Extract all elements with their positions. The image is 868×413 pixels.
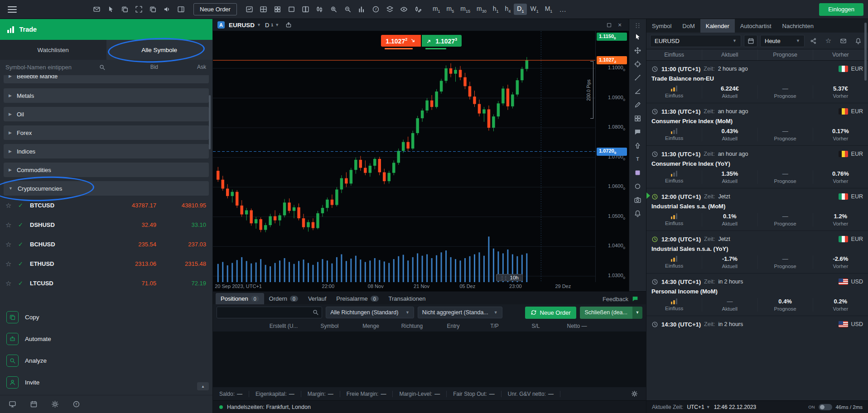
tab-symbol[interactable]: Symbol [646, 19, 677, 33]
category-beliebte-m-rkte[interactable]: ▶ Beliebte Märkte [4, 75, 209, 83]
positions-search-input[interactable] [217, 307, 322, 318]
visibility-icon[interactable] [397, 3, 411, 16]
bid-price[interactable]: 235.54 [106, 241, 156, 248]
calendar-event[interactable]: 14:30 (UTC+1) Zeit: in 2 hours USD [646, 316, 868, 337]
tab-watchlisten[interactable]: Watchlisten [0, 40, 106, 60]
alert-tool-icon[interactable] [631, 207, 645, 220]
sidebar-action-copy[interactable]: Copy [0, 306, 212, 328]
price-chart[interactable]: 1.10272 1.10273 200.0 Pips ⋮⋮10h [213, 31, 595, 282]
tab-ordern[interactable]: Ordern0 [264, 293, 303, 304]
single-view-icon[interactable] [285, 3, 299, 16]
category-oil[interactable]: ▶ Oil [4, 107, 209, 121]
comment-tool-icon[interactable] [631, 125, 645, 139]
favorite-star-icon[interactable]: ☆ [5, 260, 14, 268]
category-metals[interactable]: ▶ Metals [4, 88, 209, 103]
tab-positionen[interactable]: Positionen0 [216, 293, 264, 304]
ellipse-tool-icon[interactable] [631, 180, 645, 193]
favorite-star-icon[interactable]: ☆ [5, 279, 14, 288]
panel-icon[interactable] [174, 3, 188, 16]
symbol-row-btcusd[interactable]: ☆ ✓ BTCUSD 43787.17 43810.95 [0, 196, 212, 215]
calendar-symbol-select[interactable]: EURUSD▼ [650, 35, 741, 47]
edit-chart-icon[interactable] [411, 3, 425, 16]
pattern-tool-icon[interactable] [631, 112, 645, 125]
tab-transaktionen[interactable]: Transaktionen [384, 293, 431, 304]
swatch-tool-icon[interactable] [631, 166, 645, 179]
timeframe-W1[interactable]: W1 [527, 4, 541, 15]
sidebar-action-analyze[interactable]: Analyze [0, 350, 212, 371]
ask-price[interactable]: 33.10 [161, 221, 206, 228]
time-axis[interactable]: 20 Sep 2023, UTC+122:0008 Nov21 Nov05 De… [213, 282, 595, 291]
status-settings-icon[interactable] [627, 387, 641, 401]
timeframe-h4[interactable]: h4 [502, 4, 514, 15]
sidebar-scrollbar[interactable] [208, 95, 212, 322]
calendar-date-icon[interactable] [744, 35, 757, 47]
candle-countdown-badge[interactable]: ⋮⋮10h [496, 274, 523, 281]
timeframe-D1[interactable]: D1 [514, 4, 527, 15]
bid-price[interactable]: 71.05 [106, 280, 156, 287]
new-order-window-button[interactable]: Neue Order [193, 3, 237, 15]
news-calendar-icon[interactable] [27, 398, 41, 411]
feedback-button[interactable]: Feedback [598, 295, 643, 304]
symbol-row-bchusd[interactable]: ☆ ✓ BCHUSD 235.54 237.03 [0, 235, 212, 254]
favorite-star-icon[interactable]: ☆ [5, 202, 14, 210]
calendar-event[interactable]: 12:00 (UTC+1) Zeit: Jetzt EUR Industrial… [646, 231, 868, 274]
brush-tool-icon[interactable] [631, 98, 645, 111]
favorite-star-icon[interactable]: ☆ [5, 221, 14, 229]
bid-price[interactable]: 32.49 [106, 221, 156, 228]
timeframe-M1[interactable]: M1 [542, 4, 556, 15]
close-chart-icon[interactable]: × [615, 21, 624, 29]
category-forex[interactable]: ▶ Forex [4, 125, 209, 140]
category-indices[interactable]: ▶ Indices [4, 144, 209, 158]
grid-view-icon[interactable] [270, 3, 285, 16]
ask-price[interactable]: 2315.48 [161, 260, 206, 267]
speaker-icon[interactable] [160, 3, 174, 16]
tab-preisalarme[interactable]: Preisalarme0 [331, 293, 383, 304]
calendar-scrollbar[interactable] [863, 21, 867, 411]
menu-icon[interactable] [5, 3, 20, 16]
sell-button[interactable]: 1.10272 [381, 35, 421, 47]
copy-trading-icon[interactable] [5, 398, 19, 411]
zoom-out-icon[interactable] [341, 3, 355, 16]
drag-handle-icon[interactable] [631, 21, 645, 30]
layout-icon[interactable] [256, 3, 270, 16]
favorites-star-icon[interactable]: ☆ [822, 35, 834, 47]
candle-style-icon[interactable] [313, 3, 327, 16]
category-cryptocurrencies[interactable]: ▼ Cryptocurrencies [4, 181, 209, 196]
timeframe-m1[interactable]: m1 [429, 4, 444, 15]
calendar-event[interactable]: 11:00 (UTC+1) Zeit: 2 hours ago EUR Trad… [646, 61, 868, 103]
share-icon[interactable] [807, 35, 820, 47]
timezone-select[interactable]: UTC+1▼ [687, 404, 710, 410]
timeframe-m15[interactable]: m15 [457, 4, 473, 15]
new-chart-icon[interactable] [242, 3, 256, 16]
tab-verlauf[interactable]: Verlauf [303, 293, 331, 304]
timeframe-m5[interactable]: m5 [444, 4, 458, 15]
ask-price[interactable]: 237.03 [161, 241, 206, 248]
tab-alle-symbole[interactable]: Alle Symbole [106, 40, 213, 60]
arrow-tool-icon[interactable] [631, 139, 645, 152]
calendar-range-select[interactable]: Heute▼ [760, 35, 805, 47]
cursor-tool-icon[interactable] [631, 30, 645, 43]
sidebar-action-invite[interactable]: Invite [0, 371, 212, 393]
price-axis[interactable]: 1.100001.090001.080001.070001.060001.050… [595, 31, 629, 282]
login-button[interactable]: Einloggen [819, 3, 863, 16]
alerts-bell-icon[interactable] [852, 35, 864, 47]
direction-filter-select[interactable]: Alle Richtungen (Standard)▼ [326, 307, 414, 318]
copy-icon[interactable] [118, 3, 132, 16]
indicators-icon[interactable] [369, 3, 383, 16]
screenshot-tool-icon[interactable] [631, 193, 645, 206]
pointer-icon[interactable] [104, 3, 118, 16]
tab-dom[interactable]: DoM [677, 19, 700, 33]
favorite-star-icon[interactable]: ☆ [5, 240, 14, 249]
tab-autochartist[interactable]: Autochartist [735, 19, 777, 33]
more-timeframes-icon[interactable]: ... [556, 5, 569, 14]
text-tool-icon[interactable] [631, 153, 645, 166]
angle-tool-icon[interactable] [631, 85, 645, 98]
volume-icon[interactable] [355, 3, 369, 16]
calendar-event[interactable]: 11:30 (UTC+1) Zeit: an hour ago EUR Cons… [646, 103, 868, 146]
subscribe-mail-icon[interactable] [837, 35, 849, 47]
split-view-icon[interactable] [299, 3, 313, 16]
layers-icon[interactable] [383, 3, 397, 16]
new-order-button[interactable]: Neue Order [525, 307, 576, 319]
duplicate-icon[interactable] [146, 3, 160, 16]
bid-price[interactable]: 2313.06 [106, 260, 156, 267]
